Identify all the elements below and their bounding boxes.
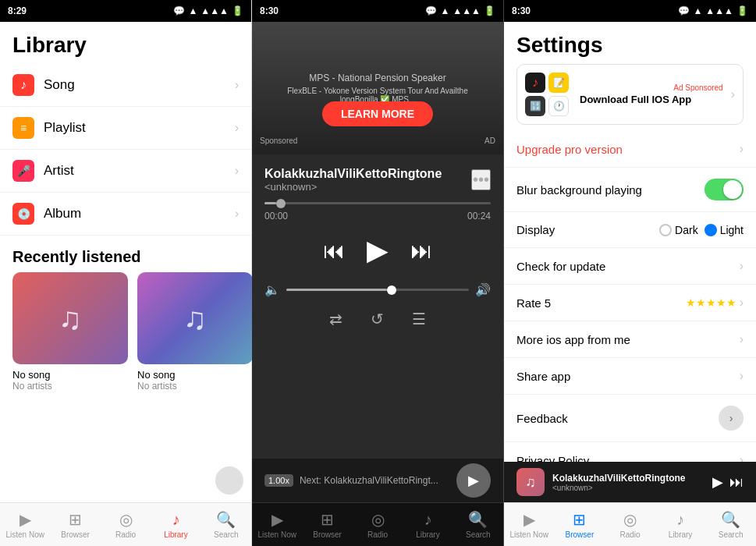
song-label: Song: [44, 77, 235, 93]
blur-label: Blur background playing: [516, 183, 705, 197]
listen-now-label: Listen Now: [5, 530, 44, 539]
ad-chevron-icon: ›: [731, 87, 735, 101]
floating-action-button[interactable]: ▶: [456, 463, 491, 498]
forward-button[interactable]: ⏭: [410, 238, 432, 264]
album-icon: 💿: [12, 203, 34, 225]
volume-low-icon: 🔈: [264, 282, 280, 297]
library-status-bar: 8:29 💬 ▲ ▲▲▲ 🔋: [0, 0, 251, 22]
music-note-icon-1: ♫: [59, 301, 82, 336]
player-nav-radio[interactable]: ◎ Radio: [353, 507, 403, 542]
settings-list: Upgrade pro version › Blur background pl…: [504, 131, 756, 462]
settings-nav-library-label: Library: [669, 530, 693, 539]
settings-item-display[interactable]: Display Dark Light: [504, 212, 756, 248]
settings-nav-library[interactable]: ♪ Library: [655, 508, 706, 542]
light-radio[interactable]: [705, 224, 717, 236]
settings-panel: 8:30 💬 ▲ ▲▲▲ 🔋 Settings ♪ 📝 🔢 🕐 Ad Spons…: [504, 0, 756, 546]
ad-sponsored-label: Sponsored: [260, 136, 297, 145]
battery-icon: 🔋: [232, 5, 243, 16]
rewind-button[interactable]: ⏮: [323, 238, 345, 264]
signal-icon: ▲▲▲: [201, 5, 229, 16]
volume-track[interactable]: [286, 289, 469, 291]
dark-radio[interactable]: [659, 224, 672, 236]
progress-bar-container[interactable]: [252, 199, 503, 207]
nav-radio[interactable]: ◎ Radio: [101, 507, 151, 542]
player-nav-listen-now[interactable]: ▶ Listen Now: [252, 507, 302, 542]
wifi-icon: ▲: [188, 5, 197, 16]
settings-item-upgrade[interactable]: Upgrade pro version ›: [504, 131, 756, 168]
nav-search[interactable]: 🔍 Search: [201, 507, 251, 542]
song-name-2: No song: [137, 369, 253, 381]
player-nav-search[interactable]: 🔍 Search: [453, 507, 503, 542]
settings-item-privacy[interactable]: Privacy Policy ›: [504, 442, 756, 462]
settings-item-update[interactable]: Check for update ›: [504, 248, 756, 285]
nav-listen-now[interactable]: ▶ Listen Now: [0, 507, 50, 542]
repeat-button[interactable]: ↺: [371, 310, 384, 328]
song-name-1: No song: [12, 369, 128, 381]
browser-label: Browser: [61, 530, 90, 539]
menu-item-artist[interactable]: 🎤 Artist ›: [0, 150, 251, 193]
queue-button[interactable]: ☰: [412, 310, 426, 328]
artist-chevron: ›: [235, 164, 239, 178]
settings-nav-radio[interactable]: ◎ Radio: [605, 507, 655, 542]
player-nav-search-icon: 🔍: [468, 510, 488, 529]
radio-icon: ◎: [119, 510, 133, 529]
settings-status-bar: 8:30 💬 ▲ ▲▲▲ 🔋: [504, 0, 756, 22]
settings-item-blur[interactable]: Blur background playing: [504, 168, 756, 212]
blur-toggle[interactable]: [705, 179, 744, 200]
nav-library[interactable]: ♪ Library: [151, 508, 201, 542]
app-icon-music: ♪: [525, 73, 545, 93]
settings-ad-block[interactable]: ♪ 📝 🔢 🕐 Ad Sponsored Download Full IOS A…: [516, 64, 744, 125]
settings-bottom-nav: ▶ Listen Now ⊞ Browser ◎ Radio ♪ Library…: [504, 502, 756, 546]
settings-item-rate[interactable]: Rate 5 ★★★★★ ›: [504, 285, 756, 321]
settings-item-share[interactable]: Share app ›: [504, 358, 756, 395]
app-icon-clock: 🕐: [548, 96, 569, 116]
share-chevron: ›: [740, 369, 744, 383]
feedback-circle-button[interactable]: ›: [719, 406, 744, 431]
update-label: Check for update: [516, 260, 740, 273]
settings-nav-search-icon: 🔍: [721, 510, 740, 529]
nav-browser[interactable]: ⊞ Browser: [50, 507, 100, 542]
playlist-label: Playlist: [44, 120, 235, 136]
radio-label: Radio: [115, 530, 136, 539]
mini-forward-button[interactable]: ⏭: [729, 474, 744, 491]
menu-item-song[interactable]: ♪ Song ›: [0, 64, 251, 107]
album-label: Album: [44, 206, 235, 222]
play-pause-button[interactable]: ▶: [367, 234, 389, 267]
display-light-option[interactable]: Light: [705, 224, 744, 236]
settings-nav-search[interactable]: 🔍 Search: [705, 507, 756, 542]
player-status-icons: 💬 ▲ ▲▲▲ 🔋: [425, 5, 495, 16]
player-wifi-icon: ▲: [440, 5, 449, 16]
ad-learn-more-button[interactable]: LEARN MORE: [322, 101, 433, 126]
more-options-button[interactable]: •••: [471, 169, 491, 190]
settings-nav-listen-now[interactable]: ▶ Listen Now: [504, 507, 555, 542]
speed-badge: 1.00x: [264, 474, 293, 487]
menu-item-playlist[interactable]: ≡ Playlist ›: [0, 107, 251, 150]
display-dark-option[interactable]: Dark: [659, 224, 698, 236]
player-info: KolakkuzhalViliKettoRingtone <unknown> •…: [252, 154, 503, 199]
player-battery-icon: 🔋: [484, 5, 495, 16]
progress-thumb: [276, 199, 286, 208]
mini-play-button[interactable]: ▶: [712, 473, 723, 491]
player-nav-browser[interactable]: ⊞ Browser: [302, 507, 352, 542]
menu-item-album[interactable]: 💿 Album ›: [0, 193, 251, 236]
recently-listened-section: ♫ No song No artists ♫ No song No artist…: [0, 272, 251, 392]
more-apps-label: More ios app from me: [516, 333, 740, 346]
settings-item-feedback[interactable]: Feedback ›: [504, 395, 756, 442]
progress-track[interactable]: [264, 202, 491, 204]
song-card-2[interactable]: ♫ No song No artists: [137, 272, 253, 392]
song-card-1[interactable]: ♫ No song No artists: [12, 272, 128, 392]
search-label: Search: [214, 530, 239, 539]
settings-nav-library-icon: ♪: [676, 511, 684, 529]
player-nav-library[interactable]: ♪ Library: [403, 508, 453, 542]
rate-stars: ★★★★★: [686, 296, 736, 309]
song-thumb-1: ♫: [12, 272, 128, 364]
settings-header: Settings: [504, 22, 756, 64]
mini-player-title: KolakkuzhalViliKettoRingtone: [552, 473, 705, 484]
settings-nav-browser[interactable]: ⊞ Browser: [555, 507, 605, 542]
library-panel: 8:29 💬 ▲ ▲▲▲ 🔋 Library ♪ Song › ≡ Playli…: [0, 0, 252, 546]
settings-item-more-apps[interactable]: More ios app from me ›: [504, 321, 756, 358]
privacy-chevron: ›: [740, 453, 744, 462]
library-menu: ♪ Song › ≡ Playlist › 🎤 Artist › 💿 Album…: [0, 64, 251, 236]
shuffle-button[interactable]: ⇄: [329, 310, 343, 328]
player-nav-browser-icon: ⊞: [321, 510, 334, 529]
